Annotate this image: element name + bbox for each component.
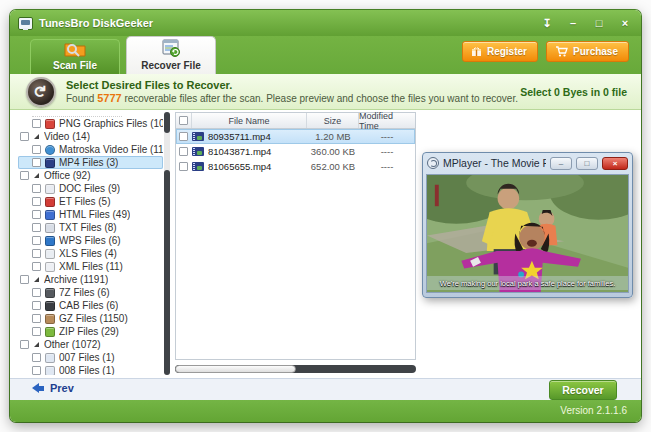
mplayer-close-button[interactable]: × (602, 157, 628, 170)
checkbox[interactable] (179, 132, 188, 141)
sidebar-item[interactable]: Matroska Video File (11) (18, 143, 163, 156)
txt-file-icon (45, 223, 55, 233)
app-window: TunesBro DiskGeeker ↧ – □ × Scan File (10, 10, 641, 422)
sidebar-item-label: Video (14) (44, 131, 90, 142)
png-file-icon (45, 119, 55, 129)
checkbox[interactable] (32, 119, 41, 128)
expand-arrow-icon[interactable] (34, 342, 39, 347)
checkbox[interactable] (32, 288, 41, 297)
purchase-button[interactable]: Purchase (546, 41, 629, 62)
found-prefix: Found (66, 93, 97, 104)
sidebar-item[interactable]: DOC Files (9) (18, 182, 163, 195)
sidebar-item[interactable]: PNG Graphics Files (1060) (18, 117, 163, 130)
checkbox[interactable] (179, 162, 188, 171)
sidebar-item-label: Other (1072) (44, 339, 101, 350)
sidebar-item[interactable]: WPS Files (6) (18, 234, 163, 247)
sidebar-item[interactable]: ZIP Files (29) (18, 325, 163, 338)
expand-arrow-icon[interactable] (34, 173, 39, 178)
sidebar-item[interactable]: XLS Files (4) (18, 247, 163, 260)
mplayer-title-bar[interactable]: MPlayer - The Movie Player – □ × (423, 153, 632, 173)
sidebar-item[interactable]: TXT Files (8) (18, 221, 163, 234)
table-row[interactable]: 80935711.mp41.20 MB---- (176, 129, 415, 144)
video-file-icon (192, 162, 204, 171)
file-name-cell: 81043871.mp4 (192, 144, 307, 159)
checkbox[interactable] (32, 158, 41, 167)
sidebar-item-label: Matroska Video File (11) (59, 144, 163, 155)
expand-arrow-icon[interactable] (34, 134, 39, 139)
mplayer-title: MPlayer - The Movie Player (443, 157, 546, 169)
maximize-icon[interactable]: □ (591, 17, 607, 29)
checkbox[interactable] (32, 262, 41, 271)
video-file-icon (192, 132, 204, 141)
prev-button[interactable]: Prev (32, 382, 74, 394)
checkbox[interactable] (32, 353, 41, 362)
checkbox[interactable] (32, 301, 41, 310)
purchase-label: Purchase (573, 46, 618, 57)
sidebar-item[interactable]: 007 Files (1) (18, 351, 163, 364)
sidebar-item[interactable]: CAB Files (6) (18, 299, 163, 312)
register-button[interactable]: Register (462, 41, 538, 62)
file-name: 80935711.mp4 (208, 131, 271, 142)
download-icon[interactable]: ↧ (539, 17, 555, 30)
xml-file-icon (45, 262, 55, 272)
sidebar-item[interactable]: Video (14) (18, 130, 163, 143)
column-size[interactable]: Size (307, 113, 359, 128)
sidebar-item[interactable]: MP4 Files (3) (18, 156, 163, 169)
mplayer-maximize-button[interactable]: □ (576, 157, 598, 170)
scrollbar-thumb[interactable] (175, 365, 296, 373)
sidebar-item[interactable]: XML Files (11) (18, 260, 163, 273)
checkbox[interactable] (32, 314, 41, 323)
bottom-bar: Prev Recover (10, 378, 641, 400)
checkbox[interactable] (32, 210, 41, 219)
column-modified-time[interactable]: Modified Time (359, 113, 415, 128)
checkbox[interactable] (32, 327, 41, 336)
sidebar-item[interactable]: ET Files (5) (18, 195, 163, 208)
checkbox[interactable] (179, 147, 188, 156)
recover-button[interactable]: Recover (549, 380, 617, 400)
select-all-checkbox[interactable] (179, 116, 188, 125)
video-preview[interactable]: We're making our local park a safe place… (426, 174, 629, 293)
checkbox[interactable] (32, 236, 41, 245)
file-size: 1.20 MB (307, 129, 359, 144)
checkbox[interactable] (20, 171, 29, 180)
minimize-icon[interactable]: – (565, 17, 581, 29)
tab-scan-file[interactable]: Scan File (30, 39, 120, 74)
window-controls: ↧ – □ × (539, 10, 633, 36)
table-horizontal-scrollbar[interactable] (175, 365, 416, 373)
checkbox[interactable] (20, 132, 29, 141)
checkbox[interactable] (32, 197, 41, 206)
selection-summary: Select 0 Byes in 0 file (520, 86, 627, 98)
table-row[interactable]: 81043871.mp4360.00 KB---- (176, 144, 415, 159)
file-name-cell: 80935711.mp4 (192, 129, 307, 144)
checkbox[interactable] (20, 340, 29, 349)
checkbox[interactable] (20, 275, 29, 284)
sidebar-item[interactable]: GZ Files (1150) (18, 312, 163, 325)
cart-icon (555, 46, 568, 57)
sidebar-item[interactable]: Archive (1191) (18, 273, 163, 286)
mplayer-logo-icon (427, 157, 439, 169)
checkbox[interactable] (32, 249, 41, 258)
generic-file-icon (45, 353, 55, 363)
column-file-name[interactable]: File Name (192, 113, 307, 128)
sidebar-scrollbar[interactable] (164, 112, 170, 375)
mplayer-minimize-button[interactable]: – (550, 157, 572, 170)
sidebar-item[interactable]: Office (92) (18, 169, 163, 182)
checkbox[interactable] (32, 223, 41, 232)
scrollbar-thumb[interactable] (164, 170, 170, 375)
tab-recover-file[interactable]: Recover File (126, 36, 216, 74)
scrollbar-thumb[interactable] (164, 112, 170, 133)
table-row[interactable]: 81065655.mp4652.00 KB---- (176, 159, 415, 174)
expand-arrow-icon[interactable] (34, 277, 39, 282)
sidebar-item[interactable]: Other (1072) (18, 338, 163, 351)
doc-file-icon (45, 184, 55, 194)
sidebar-item[interactable]: 7Z Files (6) (18, 286, 163, 299)
close-icon[interactable]: × (617, 17, 633, 29)
checkbox[interactable] (32, 184, 41, 193)
sidebar-item[interactable]: HTML Files (49) (18, 208, 163, 221)
checkbox[interactable] (32, 145, 41, 154)
window-title: TunesBro DiskGeeker (39, 17, 153, 29)
wps-file-icon (45, 236, 55, 246)
checkbox[interactable] (32, 366, 41, 375)
sidebar-item[interactable]: 008 Files (1) (18, 364, 163, 375)
table-header: File Name Size Modified Time (176, 113, 415, 129)
